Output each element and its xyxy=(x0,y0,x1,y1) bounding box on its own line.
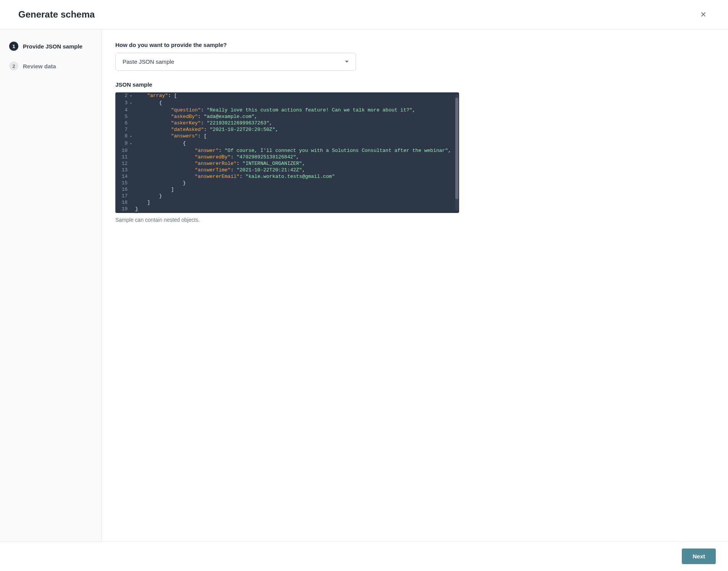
line-number: 10 xyxy=(115,147,130,154)
code-line: 5 "askedBy": "ada@example.com", xyxy=(115,113,459,120)
fold-toggle-icon[interactable]: ▾ xyxy=(130,140,135,147)
code-line: 6 "askerKey": "2219392126999637263", xyxy=(115,120,459,126)
code-content: "question": "Really love this custom act… xyxy=(135,107,459,113)
code-content: ] xyxy=(135,199,459,206)
line-number: 19 xyxy=(115,206,130,212)
code-content: "dateAsked": "2021-10-22T20:20:50Z", xyxy=(135,126,459,133)
step-label: Review data xyxy=(23,63,56,69)
code-line: 15 } xyxy=(115,180,459,186)
code-line: 4 "question": "Really love this custom a… xyxy=(115,107,459,113)
modal-title: Generate schema xyxy=(18,9,95,20)
line-number: 15 xyxy=(115,180,130,186)
code-line: 10 "answer": "Of course, I'll connect yo… xyxy=(115,147,459,154)
code-line: 13 "answerTime": "2021-10-22T20:21:42Z", xyxy=(115,167,459,173)
code-content: "answerTime": "2021-10-22T20:21:42Z", xyxy=(135,167,459,173)
modal-footer: Next xyxy=(0,541,728,571)
code-content: "askerKey": "2219392126999637263", xyxy=(135,120,459,126)
code-line: 11 "answeredBy": "470298925138126842", xyxy=(115,154,459,160)
line-number: 3 xyxy=(115,100,130,107)
code-line: 8▾ "answers": [ xyxy=(115,133,459,140)
code-line: 16 ] xyxy=(115,186,459,193)
fold-toggle-icon[interactable]: ▾ xyxy=(130,92,135,100)
editor-scrollbar[interactable] xyxy=(455,95,458,211)
line-number: 8 xyxy=(115,133,130,140)
fold-toggle-icon[interactable]: ▾ xyxy=(130,100,135,107)
code-line: 12 "answererRole": "INTERNAL_ORGANIZER", xyxy=(115,160,459,167)
main-panel: How do you want to provide the sample? P… xyxy=(102,29,728,541)
line-number: 13 xyxy=(115,167,130,173)
json-sample-editor[interactable]: 2▾ "array": [3▾ {4 "question": "Really l… xyxy=(115,92,459,213)
fold-toggle-icon xyxy=(130,154,135,160)
step-number-badge: 2 xyxy=(9,61,18,71)
code-content: } xyxy=(135,193,459,199)
step-provide-json-sample[interactable]: 1 Provide JSON sample xyxy=(9,42,92,51)
line-number: 7 xyxy=(115,126,130,133)
code-line: 7 "dateAsked": "2021-10-22T20:20:50Z", xyxy=(115,126,459,133)
close-button[interactable]: ✕ xyxy=(697,9,710,20)
code-line: 18 ] xyxy=(115,199,459,206)
select-value: Paste JSON sample xyxy=(123,58,174,65)
code-line: 17 } xyxy=(115,193,459,199)
code-content: } xyxy=(135,206,459,212)
line-number: 2 xyxy=(115,92,130,100)
code-line: 19} xyxy=(115,206,459,212)
provide-method-field: How do you want to provide the sample? P… xyxy=(115,42,714,71)
modal-body: 1 Provide JSON sample 2 Review data How … xyxy=(0,29,728,541)
next-button[interactable]: Next xyxy=(682,548,716,564)
fold-toggle-icon xyxy=(130,206,135,212)
json-sample-helper-text: Sample can contain nested objects. xyxy=(115,217,714,223)
modal-header: Generate schema ✕ xyxy=(0,0,728,29)
code-line: 9▾ { xyxy=(115,140,459,147)
fold-toggle-icon xyxy=(130,186,135,193)
close-icon: ✕ xyxy=(700,10,707,19)
json-sample-field: JSON sample 2▾ "array": [3▾ {4 "question… xyxy=(115,81,714,223)
fold-toggle-icon xyxy=(130,120,135,126)
code-content: "answer": "Of course, I'll connect you w… xyxy=(135,147,459,154)
code-content: } xyxy=(135,180,459,186)
line-number: 12 xyxy=(115,160,130,167)
scrollbar-thumb[interactable] xyxy=(455,98,458,199)
code-line: 14 "answererEmail": "kale.workato.tests@… xyxy=(115,173,459,180)
provide-method-select[interactable]: Paste JSON sample xyxy=(115,53,356,71)
code-line: 3▾ { xyxy=(115,100,459,107)
code-content: "array": [ xyxy=(135,92,459,100)
line-number: 9 xyxy=(115,140,130,147)
line-number: 18 xyxy=(115,199,130,206)
provide-method-label: How do you want to provide the sample? xyxy=(115,42,714,48)
step-review-data[interactable]: 2 Review data xyxy=(9,61,92,71)
fold-toggle-icon xyxy=(130,113,135,120)
code-content: "answeredBy": "470298925138126842", xyxy=(135,154,459,160)
fold-toggle-icon xyxy=(130,167,135,173)
code-line: 2▾ "array": [ xyxy=(115,92,459,100)
step-number-badge: 1 xyxy=(9,42,18,51)
json-sample-label: JSON sample xyxy=(115,81,714,88)
code-content: { xyxy=(135,140,459,147)
fold-toggle-icon xyxy=(130,160,135,167)
line-number: 17 xyxy=(115,193,130,199)
steps-sidebar: 1 Provide JSON sample 2 Review data xyxy=(0,29,102,541)
code-content: "answers": [ xyxy=(135,133,459,140)
fold-toggle-icon xyxy=(130,173,135,180)
code-content: "askedBy": "ada@example.com", xyxy=(135,113,459,120)
fold-toggle-icon xyxy=(130,107,135,113)
line-number: 5 xyxy=(115,113,130,120)
code-content: "answererRole": "INTERNAL_ORGANIZER", xyxy=(135,160,459,167)
fold-toggle-icon xyxy=(130,147,135,154)
code-content: { xyxy=(135,100,459,107)
fold-toggle-icon[interactable]: ▾ xyxy=(130,133,135,140)
fold-toggle-icon xyxy=(130,126,135,133)
step-label: Provide JSON sample xyxy=(23,43,83,50)
line-number: 4 xyxy=(115,107,130,113)
line-number: 14 xyxy=(115,173,130,180)
line-number: 6 xyxy=(115,120,130,126)
chevron-down-icon xyxy=(345,61,349,63)
line-number: 11 xyxy=(115,154,130,160)
fold-toggle-icon xyxy=(130,180,135,186)
fold-toggle-icon xyxy=(130,193,135,199)
code-content: "answererEmail": "kale.workato.tests@gma… xyxy=(135,173,459,180)
line-number: 16 xyxy=(115,186,130,193)
generate-schema-modal: Generate schema ✕ 1 Provide JSON sample … xyxy=(0,0,728,571)
fold-toggle-icon xyxy=(130,199,135,206)
code-content: ] xyxy=(135,186,459,193)
